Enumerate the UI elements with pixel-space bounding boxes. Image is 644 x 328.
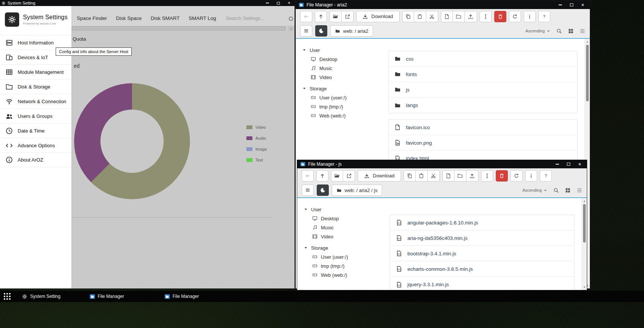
scroll-down-icon[interactable]: ▼ [582, 285, 587, 290]
breadcrumb[interactable]: web: / aria2 [330, 25, 373, 37]
tab-disk-space[interactable]: Disk Space [111, 15, 146, 21]
file-row[interactable]: favicon.png [389, 135, 577, 151]
scroll-up-icon[interactable]: ▲ [585, 39, 590, 44]
tree-item-web-drive[interactable]: Web (web:/) [304, 270, 390, 279]
sort-order-dropdown[interactable]: Ascending [526, 29, 550, 33]
up-button[interactable] [315, 11, 327, 22]
download-button[interactable]: Download [358, 170, 401, 182]
minimize-button[interactable] [554, 1, 566, 9]
open-in-new-window-button[interactable] [343, 170, 355, 182]
new-file-button[interactable] [442, 170, 454, 182]
folder-row[interactable]: fonts [389, 67, 577, 82]
delete-button[interactable] [494, 11, 506, 22]
up-button[interactable] [316, 170, 328, 182]
sort-order-dropdown[interactable]: Ascending [522, 188, 547, 192]
tree-item-music[interactable]: Music [302, 64, 388, 73]
sidebar-item-advance-options[interactable]: Advance Options [0, 138, 71, 153]
download-button[interactable]: Download [356, 11, 399, 22]
horizontal-scrollbar[interactable]: › [71, 26, 295, 31]
menu-button[interactable] [300, 25, 312, 37]
dark-mode-button[interactable] [315, 25, 327, 37]
taskbar-item-file-manager-2[interactable]: File Manager [164, 294, 199, 299]
scrollbar-thumb[interactable] [583, 204, 586, 243]
help-button[interactable] [538, 11, 550, 22]
scrollbar-thumb[interactable] [586, 45, 589, 101]
folder-row[interactable]: js [389, 82, 577, 98]
tree-item-user-drive[interactable]: User (user:/) [302, 93, 388, 102]
properties-button[interactable] [524, 11, 536, 22]
paste-button[interactable] [414, 11, 426, 22]
properties-button[interactable] [525, 170, 537, 182]
sidebar-item-module-management[interactable]: Module Management [0, 64, 71, 79]
maximize-button[interactable] [566, 1, 577, 9]
close-button[interactable]: × [284, 0, 295, 6]
sidebar-item-date-time[interactable]: Date & Time [0, 123, 71, 138]
list-view-button[interactable] [577, 188, 582, 193]
tab-disk-smart[interactable]: Disk SMART [146, 15, 184, 21]
maximize-button[interactable] [563, 160, 574, 168]
close-button[interactable]: × [574, 160, 585, 168]
folder-row[interactable]: css [389, 51, 577, 67]
menu-button[interactable] [302, 185, 314, 196]
settings-search-input[interactable] [226, 15, 270, 21]
copy-button[interactable] [404, 170, 416, 182]
open-in-new-window-button[interactable] [342, 11, 354, 22]
tree-item-desktop[interactable]: Desktop [302, 55, 388, 64]
sidebar-item-disk-storage[interactable]: Disk & Storage [0, 79, 71, 94]
tree-item-tmp-drive[interactable]: tmp (tmp:/) [304, 261, 390, 270]
vertical-scrollbar[interactable]: ▲ ▼ [582, 198, 587, 290]
tree-section-user[interactable]: User [304, 205, 390, 214]
breadcrumb[interactable]: web: / aria2 / js [332, 185, 382, 196]
tree-section-storage[interactable]: Storage [302, 84, 388, 93]
search-button[interactable] [556, 28, 562, 34]
refresh-button[interactable] [510, 170, 522, 182]
file-row[interactable]: favicon.ico [389, 120, 577, 135]
sidebar-item-users-groups[interactable]: Users & Groups [0, 108, 71, 123]
upload-button[interactable] [466, 170, 478, 182]
rename-button[interactable] [480, 11, 492, 22]
minimize-button[interactable] [262, 0, 273, 6]
file-row[interactable]: echarts-common-3.8.5.min.js [390, 261, 574, 277]
minimize-button[interactable] [551, 160, 563, 168]
horizontal-scrollbar-thumb[interactable] [72, 26, 286, 31]
new-folder-button[interactable] [453, 11, 465, 22]
copy-button[interactable] [402, 11, 414, 22]
file-row[interactable]: jquery-3.3.1.min.js [390, 277, 574, 290]
grid-view-button[interactable] [568, 28, 574, 34]
taskbar-item-system-setting[interactable]: System Setting [22, 294, 61, 299]
taskbar-item-file-manager-1[interactable]: File Manager [90, 294, 124, 299]
upload-button[interactable] [465, 11, 477, 22]
scroll-up-icon[interactable]: ▲ [582, 198, 587, 203]
open-folder-button[interactable] [331, 170, 343, 182]
tree-item-user-drive[interactable]: User (user:/) [304, 252, 390, 261]
file-row[interactable]: bootstrap-3.4.1.min.js [390, 246, 574, 261]
tree-item-video[interactable]: Video [302, 73, 388, 82]
help-button[interactable] [540, 170, 552, 182]
back-button[interactable] [300, 11, 312, 22]
file-row[interactable]: aria-ng-da5356c403.min.js [390, 230, 574, 246]
tree-item-video[interactable]: Video [304, 232, 390, 241]
search-button[interactable] [553, 188, 559, 193]
cut-button[interactable] [428, 170, 440, 182]
scroll-right-button[interactable]: › [288, 26, 295, 31]
new-folder-button[interactable] [454, 170, 466, 182]
dark-mode-button[interactable] [317, 185, 329, 196]
grid-view-button[interactable] [565, 188, 571, 193]
maximize-button[interactable] [273, 0, 284, 6]
tree-item-desktop[interactable]: Desktop [304, 214, 390, 223]
rename-button[interactable] [481, 170, 493, 182]
tree-item-web-drive[interactable]: Web (web:/) [302, 111, 388, 120]
file-manager-titlebar[interactable]: File Manager - js × [297, 160, 587, 168]
sidebar-item-about-aroz[interactable]: About ArOZ [0, 153, 71, 167]
open-folder-button[interactable] [330, 11, 342, 22]
app-launcher-button[interactable] [4, 293, 11, 300]
tree-section-storage[interactable]: Storage [304, 243, 390, 252]
tree-item-tmp-drive[interactable]: tmp (tmp:/) [302, 102, 388, 111]
tree-item-music[interactable]: Music [304, 223, 390, 232]
tree-section-user[interactable]: User [302, 46, 388, 55]
tab-space-finder[interactable]: Space Finder [72, 15, 111, 21]
sidebar-item-network-connection[interactable]: Network & Connection [0, 94, 71, 108]
folder-row[interactable]: langs [389, 98, 577, 113]
tab-smart-log[interactable]: SMART Log [184, 15, 221, 21]
system-settings-titlebar[interactable]: System Setting × [0, 0, 295, 6]
